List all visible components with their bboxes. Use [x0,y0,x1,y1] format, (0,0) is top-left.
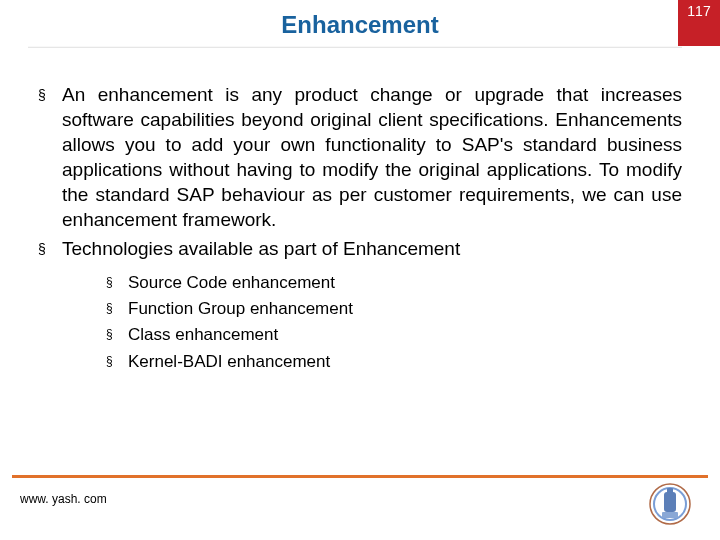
bullet-square-icon: § [106,324,128,346]
bullet-square-icon: § [106,272,128,294]
bullet-text: Function Group enhancement [128,298,353,320]
slide-title: Enhancement [0,0,720,50]
svg-rect-2 [664,492,676,512]
bullet-square-icon: § [38,82,62,232]
bullet-level2: § Kernel-BADI enhancement [106,351,682,373]
bullet-text: Kernel-BADI enhancement [128,351,330,373]
title-text: Enhancement [281,11,438,39]
bullet-square-icon: § [106,351,128,373]
bullet-level2: § Function Group enhancement [106,298,682,320]
bullet-text: Class enhancement [128,324,278,346]
page-number-text: 117 [687,3,710,19]
slide: Enhancement 117 § An enhancement is any … [0,0,720,540]
bullet-text: Source Code enhancement [128,272,335,294]
company-logo-icon [648,482,692,526]
bullet-level2: § Class enhancement [106,324,682,346]
bullet-text: Technologies available as part of Enhanc… [62,236,682,261]
page-number-badge: 117 [678,0,720,46]
bullet-level1: § Technologies available as part of Enha… [38,236,682,261]
footer-divider [12,475,708,478]
content-area: § An enhancement is any product change o… [38,82,682,377]
footer-url: www. yash. com [20,492,107,506]
bullet-square-icon: § [38,236,62,261]
bullet-square-icon: § [106,298,128,320]
svg-rect-4 [662,512,678,518]
sub-bullet-group: § Source Code enhancement § Function Gro… [106,272,682,374]
bullet-level1: § An enhancement is any product change o… [38,82,682,232]
title-underline [28,46,682,48]
svg-rect-3 [667,488,673,494]
bullet-text: An enhancement is any product change or … [62,82,682,232]
bullet-level2: § Source Code enhancement [106,272,682,294]
